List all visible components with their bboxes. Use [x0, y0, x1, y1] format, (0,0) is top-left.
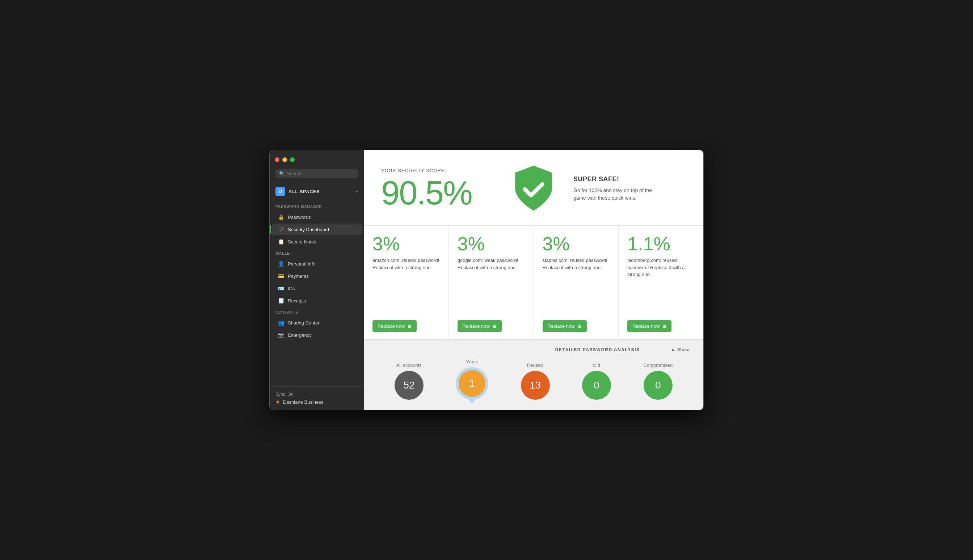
search-icon: 🔍	[279, 171, 285, 176]
stat-compromised: Compromised 0	[643, 362, 673, 400]
stats-row: All accounts 52 Weak 1	[378, 359, 689, 400]
card-percent-1: 3%	[457, 234, 525, 253]
sidebar-item-secure-notes[interactable]: 📋 Secure Notes	[272, 236, 362, 247]
sidebar-item-passwords[interactable]: 🔒 Passwords	[272, 211, 362, 223]
password-cards: 3% amazon.com: reused password! Replace …	[364, 226, 703, 340]
show-label: Show	[677, 347, 689, 352]
card-icon: 💳	[278, 273, 284, 279]
card-1: 3% google.com: weak password! Replace it…	[449, 226, 534, 339]
score-value: 90.5%	[381, 176, 494, 210]
stat-circle-all: 52	[395, 371, 424, 400]
nav-label-personal-info: Personal Info	[288, 261, 315, 267]
analysis-header: DETAILED PASSWORD ANALYSIS ▲ Show	[378, 347, 689, 352]
stat-weak: Weak 1	[456, 359, 488, 400]
shield-graphic	[508, 163, 559, 214]
monitor-icon-3: 🖥	[662, 324, 666, 329]
close-button[interactable]	[275, 157, 279, 162]
sync-status: Sync: On	[275, 392, 358, 397]
sidebar-item-emergency[interactable]: 📷 Emergency	[272, 329, 362, 341]
replace-button-1[interactable]: Replace now 🖥	[457, 320, 502, 332]
replace-label-1: Replace now	[462, 323, 490, 329]
stat-circle-reused: 13	[521, 371, 550, 400]
card-desc-3: bloomberg.com: reused password! Replace …	[627, 257, 694, 314]
stat-value-all: 52	[403, 380, 414, 391]
titlebar	[270, 150, 364, 169]
status-title: SUPER SAFE!	[573, 175, 619, 183]
sidebar-item-receipts[interactable]: 🧾 Receipts	[272, 295, 362, 307]
stat-all-accounts: All accounts 52	[395, 362, 424, 400]
stat-label-compromised: Compromised	[643, 362, 673, 368]
sidebar: 🔍 D ALL SPACES ▾ PASSWORD MANAGER 🔒 Pass…	[270, 150, 364, 410]
stat-label-old: Old	[593, 362, 600, 368]
search-input[interactable]	[287, 171, 354, 176]
stat-value-reused: 13	[529, 380, 541, 391]
id-icon: 🪪	[278, 285, 284, 291]
chevron-up-icon: ▲	[671, 347, 676, 352]
status-description: Go for 100% and stay on top of the game …	[573, 187, 653, 202]
replace-label-3: Replace now	[633, 323, 659, 329]
monitor-icon-1: 🖥	[492, 324, 497, 329]
note-icon: 📋	[278, 239, 284, 245]
receipt-icon: 🧾	[278, 298, 284, 303]
sidebar-item-ids[interactable]: 🪪 IDs	[272, 283, 362, 294]
shield-icon: 🛡	[278, 227, 284, 232]
person-icon: 👤	[278, 261, 284, 267]
weak-outer-ring: 1	[456, 367, 488, 400]
stat-reused: Reused 13	[521, 362, 550, 400]
card-2: 3% staples.com: reused password! Replace…	[534, 226, 619, 339]
card-percent-0: 3%	[372, 234, 440, 253]
section-label-wallet: WALLET	[270, 248, 364, 258]
card-percent-3: 1.1%	[627, 234, 694, 253]
nav-label-sharing-center: Sharing Center	[288, 320, 319, 326]
maximize-button[interactable]	[290, 157, 295, 162]
minimize-button[interactable]	[282, 157, 287, 162]
show-button[interactable]: ▲ Show	[671, 347, 689, 352]
monitor-icon-0: 🖥	[407, 324, 412, 329]
sidebar-item-security-dashboard[interactable]: 🛡 Security Dashboard	[272, 223, 362, 235]
stat-value-weak: 1	[469, 378, 475, 389]
stat-value-old: 0	[594, 380, 599, 391]
stat-label-weak: Weak	[466, 359, 478, 364]
score-title: YOUR SECURITY SCORE:	[381, 168, 494, 173]
star-icon: ★	[275, 399, 280, 405]
nav-label-receipts: Receipts	[288, 298, 306, 303]
weak-circle-wrapper: 1	[456, 367, 488, 400]
nav-label-payments: Payments	[288, 273, 309, 279]
spaces-icon: D	[275, 187, 285, 196]
score-right: SUPER SAFE! Go for 100% and stay on top …	[573, 175, 686, 202]
emergency-icon: 📷	[278, 332, 284, 338]
chevron-down-icon: ▾	[356, 189, 358, 194]
card-percent-2: 3%	[542, 234, 610, 253]
app-window: 🔍 D ALL SPACES ▾ PASSWORD MANAGER 🔒 Pass…	[269, 150, 704, 410]
sidebar-item-payments[interactable]: 💳 Payments	[272, 270, 362, 282]
stat-circle-old: 0	[582, 371, 611, 400]
card-desc-2: staples.com: reused password! Replace it…	[542, 257, 610, 314]
nav-label-security-dashboard: Security Dashboard	[288, 227, 329, 232]
stat-label-all: All accounts	[396, 362, 422, 368]
business-label: Dashlane Business	[283, 399, 323, 405]
section-label-password-manager: PASSWORD MANAGER	[270, 201, 364, 211]
score-left: YOUR SECURITY SCORE: 90.5%	[381, 168, 494, 210]
people-icon: 👥	[278, 320, 284, 326]
nav-label-passwords: Passwords	[288, 215, 311, 220]
analysis-title: DETAILED PASSWORD ANALYSIS	[524, 347, 671, 352]
shield-center	[494, 163, 573, 214]
sidebar-item-personal-info[interactable]: 👤 Personal Info	[272, 258, 362, 270]
replace-button-0[interactable]: Replace now 🖥	[372, 320, 417, 332]
nav-label-secure-notes: Secure Notes	[288, 239, 316, 245]
card-3: 1.1% bloomberg.com: reused password! Rep…	[619, 226, 703, 339]
stat-old: Old 0	[582, 362, 611, 400]
nav-label-emergency: Emergency	[288, 332, 312, 338]
lock-icon: 🔒	[278, 214, 284, 220]
replace-button-2[interactable]: Replace now 🖥	[542, 320, 587, 332]
replace-button-3[interactable]: Replace now 🖥	[627, 320, 671, 332]
sidebar-item-sharing-center[interactable]: 👥 Sharing Center	[272, 317, 362, 328]
stat-label-reused: Reused	[527, 362, 543, 368]
all-spaces-selector[interactable]: D ALL SPACES ▾	[270, 184, 364, 201]
card-0: 3% amazon.com: reused password! Replace …	[364, 226, 449, 339]
main-content: YOUR SECURITY SCORE: 90.5% SUPER SAFE! G…	[364, 150, 703, 410]
search-bar[interactable]: 🔍	[275, 169, 358, 178]
score-section: YOUR SECURITY SCORE: 90.5% SUPER SAFE! G…	[364, 150, 703, 226]
replace-label-0: Replace now	[377, 323, 405, 329]
analysis-section: DETAILED PASSWORD ANALYSIS ▲ Show All ac…	[364, 340, 703, 410]
